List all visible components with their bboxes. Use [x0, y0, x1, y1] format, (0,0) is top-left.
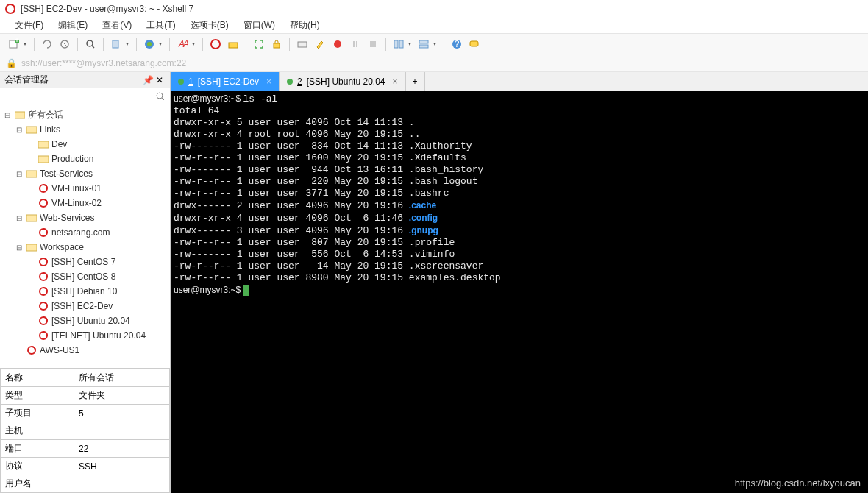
separator [246, 38, 246, 51]
tree-session[interactable]: netsarang.com [0, 225, 170, 240]
prop-key: 子项目 [1, 405, 74, 422]
tree-session[interactable]: [SSH] Debian 10 [0, 284, 170, 299]
prop-value: 文件夹 [74, 387, 170, 405]
tree-folder[interactable]: ⊟Test-Services [0, 166, 170, 181]
menu-window[interactable]: 窗口(W) [236, 18, 282, 33]
tree-session[interactable]: VM-Linux-01 [0, 181, 170, 196]
dropdown-icon[interactable]: ▾ [433, 40, 439, 47]
tab-ec2-dev[interactable]: 1 [SSH] EC2-Dev × [171, 72, 280, 91]
tree-label: [SSH] Ubuntu 20.04 [51, 316, 130, 326]
address-text: ssh://user:****@mysvr3.netsarang.com:22 [21, 58, 186, 68]
lock-button[interactable] [268, 36, 285, 52]
prop-row: 子项目5 [1, 405, 170, 422]
feedback-button[interactable] [466, 36, 483, 52]
svg-rect-32 [38, 141, 49, 148]
close-icon[interactable]: ✕ [154, 75, 166, 85]
record-button[interactable] [330, 36, 346, 52]
reconnect-button[interactable] [39, 36, 55, 52]
tree-folder[interactable]: ⊟Workspace [0, 240, 170, 255]
tree-label: Production [51, 154, 93, 164]
tree-session[interactable]: [SSH] Ubuntu 20.04 [0, 313, 170, 328]
menu-tab[interactable]: 选项卡(B) [183, 18, 236, 33]
collapse-icon[interactable]: ⊟ [3, 111, 12, 119]
font-button[interactable]: AA [174, 36, 191, 52]
dropdown-icon[interactable]: ▾ [126, 40, 132, 47]
tree-label: [SSH] CentOS 8 [51, 272, 115, 282]
stop-button[interactable] [365, 36, 381, 52]
session-icon [38, 271, 49, 283]
folder-icon [26, 124, 38, 135]
tree-session[interactable]: [SSH] CentOS 8 [0, 269, 170, 284]
svg-point-28 [157, 93, 163, 99]
svg-point-17 [334, 40, 341, 48]
svg-rect-39 [26, 244, 37, 251]
collapse-icon[interactable]: ⊟ [15, 126, 24, 134]
menu-tools[interactable]: 工具(T) [139, 18, 182, 33]
collapse-icon[interactable]: ⊟ [15, 170, 24, 178]
dropdown-icon[interactable]: ▾ [159, 40, 165, 47]
highlight-button[interactable] [312, 36, 328, 52]
menu-view[interactable]: 查看(V) [95, 18, 139, 33]
session-tree: ⊟ 所有会话 ⊟LinksDevProduction⊟Test-Services… [0, 104, 170, 368]
tree-label: Dev [51, 139, 67, 149]
toolbar: + ▾ ▾ ▾ AA ▾ ▾ ▾ ? [0, 34, 868, 54]
copy-button[interactable] [108, 36, 124, 52]
pause-button[interactable] [347, 36, 363, 52]
dropdown-icon[interactable]: ▾ [24, 40, 29, 47]
layout-button[interactable] [391, 36, 407, 52]
tab-ubuntu[interactable]: 2 [SSH] Ubuntu 20.04 × [280, 72, 405, 91]
tree-label: Links [40, 124, 60, 135]
svg-rect-16 [298, 42, 307, 47]
svg-text:?: ? [455, 39, 460, 49]
svg-rect-14 [229, 43, 238, 48]
keyboard-button[interactable] [294, 36, 310, 52]
disconnect-button[interactable] [57, 36, 73, 52]
svg-rect-19 [356, 41, 357, 47]
tree-folder[interactable]: ⊟Web-Services [0, 210, 170, 225]
tree-folder[interactable]: Production [0, 152, 170, 166]
separator [77, 38, 78, 51]
tree-session[interactable]: AWS-US1 [0, 343, 170, 358]
fullscreen-button[interactable] [251, 36, 267, 52]
menu-file[interactable]: 文件(F) [7, 18, 51, 33]
collapse-icon[interactable]: ⊟ [15, 214, 24, 222]
titlebar: [SSH] EC2-Dev - user@mysvr3: ~ - Xshell … [0, 0, 868, 18]
tree-label: [SSH] Debian 10 [51, 286, 117, 297]
search-button[interactable] [82, 36, 99, 52]
svg-rect-34 [26, 171, 37, 177]
tree-folder[interactable]: ⊟Links [0, 122, 170, 137]
session-icon [38, 285, 49, 297]
dropdown-icon[interactable]: ▾ [192, 40, 198, 47]
svg-rect-18 [353, 41, 355, 47]
address-bar[interactable]: 🔒 ssh://user:****@mysvr3.netsarang.com:2… [0, 54, 868, 72]
terminal[interactable]: user@mysvr3:~$ ls -al total 64 drwxr-xr-… [171, 91, 868, 493]
close-icon[interactable]: × [392, 77, 397, 87]
xftp-button[interactable] [225, 36, 241, 52]
prop-row: 主机 [1, 422, 170, 440]
tree-root[interactable]: ⊟ 所有会话 [0, 107, 170, 122]
help-button[interactable]: ? [449, 36, 465, 52]
tab-label: [SSH] EC2-Dev [198, 77, 259, 87]
tree-label: netsarang.com [51, 227, 110, 238]
new-session-button[interactable]: + [6, 36, 22, 52]
add-tab-button[interactable]: + [406, 72, 425, 91]
tree-session[interactable]: [SSH] CentOS 7 [0, 255, 170, 269]
collapse-icon[interactable]: ⊟ [15, 244, 24, 252]
pin-icon[interactable]: 📌 [142, 75, 154, 85]
tree-session[interactable]: [TELNET] Ubuntu 20.04 [0, 328, 170, 343]
color-button[interactable] [141, 36, 157, 52]
layout2-button[interactable] [416, 36, 432, 52]
menu-help[interactable]: 帮助(H) [282, 18, 327, 33]
tree-session[interactable]: [SSH] EC2-Dev [0, 299, 170, 313]
xagent-button[interactable] [207, 36, 224, 52]
folder-icon [26, 212, 38, 224]
menu-edit[interactable]: 编辑(E) [51, 18, 95, 33]
close-icon[interactable]: × [266, 77, 271, 87]
tree-folder[interactable]: Dev [0, 137, 170, 152]
dropdown-icon[interactable]: ▾ [408, 40, 414, 47]
lock-icon: 🔒 [6, 58, 17, 68]
tree-session[interactable]: VM-Linux-02 [0, 196, 170, 210]
search-icon[interactable] [155, 91, 166, 102]
svg-rect-23 [419, 40, 428, 43]
prop-key: 名称 [1, 369, 74, 387]
